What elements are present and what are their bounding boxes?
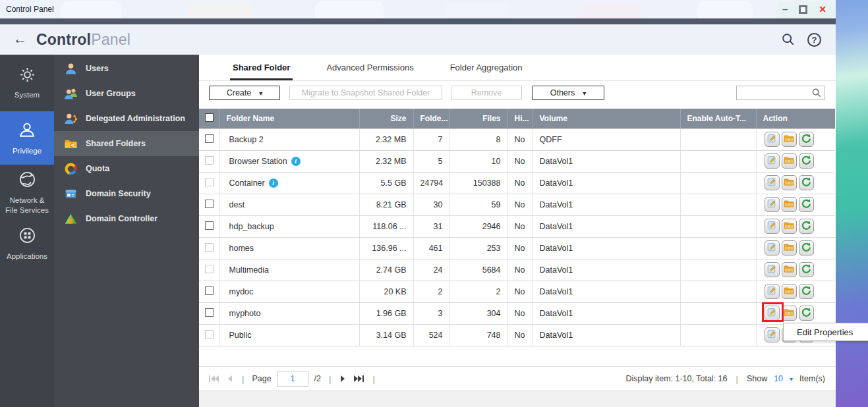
column-header-folder-name[interactable]: Folder Name xyxy=(219,109,359,128)
table-row[interactable]: Backup 22.32 MB78NoQDFF xyxy=(199,128,835,150)
column-header-hi[interactable]: Hi... xyxy=(507,109,533,128)
page-number-input[interactable] xyxy=(277,371,308,387)
table-row[interactable]: myphoto1.96 GB3304NoDataVol1 xyxy=(199,302,835,324)
edit-permissions-button[interactable] xyxy=(782,284,797,299)
edit-properties-button[interactable] xyxy=(765,306,780,321)
minimize-icon[interactable]: – xyxy=(782,6,788,13)
table-row[interactable]: Browser Stationi2.32 MB510NoDataVol1 xyxy=(199,150,835,172)
refresh-button[interactable] xyxy=(799,306,814,321)
maximize-icon[interactable] xyxy=(799,5,807,14)
window-titlebar[interactable]: ​ Control Panel – ✕ xyxy=(0,0,836,18)
first-page-button[interactable] xyxy=(208,375,219,383)
sidebar-item-system[interactable]: System xyxy=(0,55,54,111)
info-icon[interactable]: i xyxy=(291,157,301,166)
edit-permissions-button[interactable] xyxy=(782,262,797,277)
edit-permissions-icon xyxy=(784,155,794,167)
next-page-button[interactable] xyxy=(339,375,347,383)
refresh-button[interactable] xyxy=(799,197,814,212)
refresh-button[interactable] xyxy=(799,219,814,234)
row-checkbox[interactable] xyxy=(205,178,214,186)
create-button[interactable]: Create ▾ xyxy=(209,86,280,100)
edit-permissions-button[interactable] xyxy=(782,306,797,321)
sidebar-item-privilege[interactable]: Privilege xyxy=(0,111,54,165)
others-button[interactable]: Others ▾ xyxy=(532,86,604,100)
row-checkbox[interactable] xyxy=(205,330,214,339)
row-checkbox[interactable] xyxy=(205,308,214,317)
row-checkbox[interactable] xyxy=(205,265,214,273)
search-icon[interactable] xyxy=(781,32,796,47)
edit-properties-button[interactable] xyxy=(765,284,780,299)
column-header-volume[interactable]: Volume xyxy=(533,109,680,128)
folder-name-text: myphoto xyxy=(229,309,261,318)
sidebar-item-shared-folders[interactable]: Shared Folders xyxy=(54,131,199,156)
sidebar-item-domain-security[interactable]: Domain Security xyxy=(54,181,199,206)
size-cell: 2.32 MB xyxy=(359,150,413,172)
column-header-files[interactable]: Files xyxy=(449,109,507,128)
back-arrow-icon[interactable]: ← xyxy=(13,31,27,47)
tab-advanced-permissions[interactable]: Advanced Permissions xyxy=(324,63,416,80)
refresh-button[interactable] xyxy=(799,175,814,190)
search-icon[interactable] xyxy=(811,88,822,98)
info-icon[interactable]: i xyxy=(269,178,278,188)
edit-properties-button[interactable] xyxy=(765,132,780,147)
show-count-value[interactable]: 10 xyxy=(774,374,783,383)
prev-page-button[interactable] xyxy=(225,375,234,383)
sidebar-item-users[interactable]: Users xyxy=(54,56,199,81)
sidebar-item-network[interactable]: Network & File Services xyxy=(0,165,54,221)
folder-name: hdp_backup xyxy=(227,222,353,231)
column-header-folde[interactable]: Folde... xyxy=(413,109,449,128)
edit-properties-button[interactable] xyxy=(765,197,780,212)
sidebar-item-quota[interactable]: Quota xyxy=(54,156,199,181)
edit-properties-button[interactable] xyxy=(765,327,780,342)
remove-button[interactable]: Remove xyxy=(451,86,522,100)
refresh-button[interactable] xyxy=(799,153,814,169)
edit-permissions-button[interactable] xyxy=(782,240,797,256)
row-checkbox[interactable] xyxy=(205,243,214,252)
edit-permissions-button[interactable] xyxy=(782,153,797,169)
edit-properties-button[interactable] xyxy=(765,219,780,234)
row-checkbox[interactable] xyxy=(205,156,214,165)
folder-name-text: Multimedia xyxy=(229,265,269,275)
help-icon[interactable]: ? xyxy=(807,33,821,47)
sidebar-item-delegated-administration[interactable]: Delegated Administration xyxy=(54,106,199,131)
table-row[interactable]: Containeri5.5 GB24794150388NoDataVol1 xyxy=(199,172,835,194)
column-header-enable-auto-t[interactable]: Enable Auto-T... xyxy=(680,109,756,128)
edit-properties-button[interactable] xyxy=(765,262,780,277)
table-row[interactable]: dest8.21 GB3059NoDataVol1 xyxy=(199,194,835,215)
select-all-checkbox[interactable] xyxy=(205,113,214,122)
refresh-button[interactable] xyxy=(799,284,814,299)
close-icon[interactable]: ✕ xyxy=(819,4,826,14)
table-row[interactable]: Public3.14 GB524748NoDataVol1 xyxy=(199,324,835,346)
search-input[interactable] xyxy=(737,88,811,97)
tab-shared-folder[interactable]: Shared Folder xyxy=(230,63,293,80)
refresh-button[interactable] xyxy=(799,240,814,256)
edit-permissions-button[interactable] xyxy=(782,197,797,212)
refresh-button[interactable] xyxy=(799,132,814,147)
chevron-down-icon[interactable]: ▾ xyxy=(790,375,793,383)
tab-folder-aggregation[interactable]: Folder Aggregation xyxy=(448,63,525,80)
last-page-button[interactable] xyxy=(353,375,364,383)
row-checkbox[interactable] xyxy=(205,134,214,143)
select-all-header[interactable] xyxy=(199,109,219,128)
column-header-action[interactable]: Action xyxy=(756,109,835,128)
edit-properties-button[interactable] xyxy=(765,240,780,256)
refresh-button[interactable] xyxy=(799,262,814,277)
row-checkbox[interactable] xyxy=(205,221,214,230)
row-checkbox[interactable] xyxy=(205,200,214,208)
table-row[interactable]: homes136.96 ...461253NoDataVol1 xyxy=(199,237,835,259)
sidebar-item-applications[interactable]: Applications xyxy=(0,221,54,267)
edit-permissions-button[interactable] xyxy=(782,219,797,234)
migrate-button[interactable]: Migrate to Snapshot Shared Folder xyxy=(289,86,442,100)
edit-permissions-button[interactable] xyxy=(782,132,797,147)
table-row[interactable]: Multimedia2.74 GB245684NoDataVol1 xyxy=(199,259,835,281)
column-header-size[interactable]: Size xyxy=(359,109,413,128)
sidebar-item-domain-controller[interactable]: Domain Controller xyxy=(54,206,199,231)
edit-permissions-button[interactable] xyxy=(782,175,797,190)
row-checkbox-cell xyxy=(199,194,219,215)
edit-properties-button[interactable] xyxy=(765,153,780,169)
sidebar-item-user-groups[interactable]: User Groups xyxy=(54,81,199,106)
edit-properties-button[interactable] xyxy=(765,175,780,190)
row-checkbox[interactable] xyxy=(205,286,214,295)
table-row[interactable]: hdp_backup118.06 ...312946NoDataVol1 xyxy=(199,215,835,237)
table-row[interactable]: mydoc20 KB22NoDataVol1 xyxy=(199,281,835,302)
